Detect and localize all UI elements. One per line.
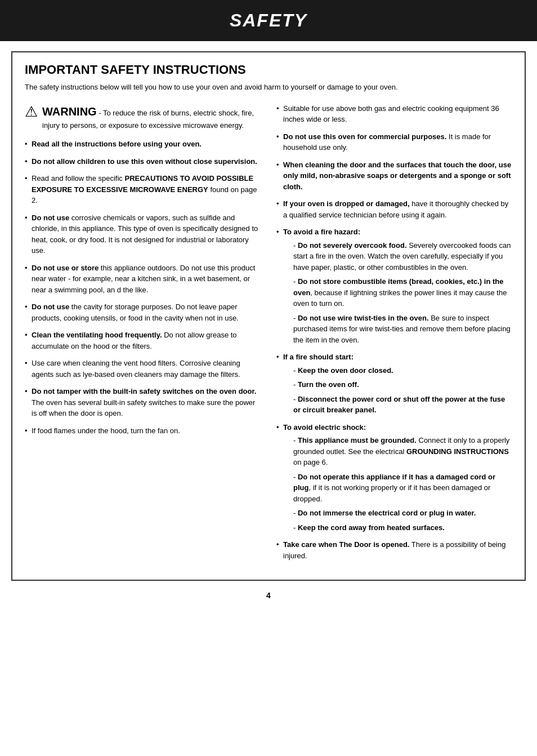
list-item: - Turn the oven off.	[293, 379, 512, 390]
list-item: Do not use or store this appliance outdo…	[25, 263, 261, 296]
bullet-bold: Do not use or store	[32, 264, 99, 272]
bullet-bold: Keep the cord away from heated surfaces.	[298, 523, 445, 532]
bullet-bold: This appliance must be grounded.	[298, 436, 417, 444]
list-item: If food flames under the hood, turn the …	[25, 425, 261, 437]
bullet-bold: Do not store combustible items (bread, c…	[293, 277, 503, 297]
list-item: Read and follow the specific PRECAUTIONS…	[25, 173, 261, 206]
list-item: Clean the ventilating hood frequently. D…	[25, 330, 261, 352]
bullet-bold: When cleaning the door and the surfaces …	[283, 161, 511, 191]
bullet-bold: Do not tamper with the built-in safety s…	[32, 387, 256, 395]
sub-bullet-list: - Do not severely overcook food. Severel…	[283, 240, 512, 346]
left-column: ⚠ WARNING - To reduce the risk of burns,…	[25, 103, 261, 568]
bullet-bold: Do not immerse the electrical cord or pl…	[298, 509, 476, 517]
bullet-bold: Take care when The Door is opened.	[283, 540, 409, 549]
section-title: IMPORTANT SAFETY INSTRUCTIONS	[25, 63, 512, 77]
page-title: SAFETY	[0, 10, 537, 31]
page-header: SAFETY	[0, 0, 537, 41]
sub-bullet-list: - Keep the oven door closed. - Turn the …	[283, 365, 512, 416]
bullet-bold: Do not use	[32, 214, 69, 222]
list-item: Do not use the cavity for storage purpos…	[25, 301, 261, 323]
bullet-bold: PRECAUTIONS TO AVOID POSSIBLE EXPOSURE T…	[32, 174, 253, 194]
list-item: If your oven is dropped or damaged, have…	[276, 198, 512, 220]
list-item: - This appliance must be grounded. Conne…	[293, 435, 512, 468]
bullet-bold: GROUNDING INSTRUCTIONS	[406, 447, 509, 456]
list-item: Do not use this oven for commercial purp…	[276, 131, 512, 153]
bullet-bold: Keep the oven door closed.	[298, 366, 393, 375]
bullet-bold: Turn the oven off.	[298, 380, 359, 389]
right-column: Suitable for use above both gas and elec…	[276, 103, 512, 568]
page-number: 4	[0, 591, 537, 600]
two-column-layout: ⚠ WARNING - To reduce the risk of burns,…	[25, 103, 512, 568]
sub-bullet-list: - This appliance must be grounded. Conne…	[283, 435, 512, 533]
bullet-bold: Do not use wire twist-ties in the oven.	[298, 314, 429, 322]
list-item: Do not allow children to use this oven w…	[25, 156, 261, 167]
list-item: - Do not store combustible items (bread,…	[293, 276, 512, 309]
list-item: - Do not use wire twist-ties in the oven…	[293, 313, 512, 346]
warning-word: WARNING	[42, 105, 97, 118]
bullet-bold: Do not use	[32, 303, 69, 311]
warning-block: ⚠ WARNING - To reduce the risk of burns,…	[25, 103, 261, 131]
bullet-bold: Do not operate this appliance if it has …	[293, 473, 495, 492]
list-item: If a fire should start: - Keep the oven …	[276, 352, 512, 416]
list-item: To avoid electric shock: - This applianc…	[276, 422, 512, 533]
bullet-bold: Read all the instructions before using y…	[32, 140, 202, 148]
list-item: Suitable for use above both gas and elec…	[276, 103, 512, 125]
list-item: Read all the instructions before using y…	[25, 139, 261, 150]
list-item: - Keep the cord away from heated surface…	[293, 522, 512, 533]
bullet-bold: Clean the ventilating hood frequently.	[32, 331, 162, 339]
list-item: Do not use corrosive chemicals or vapors…	[25, 212, 261, 256]
bullet-bold: Do not severely overcook food.	[298, 241, 407, 250]
list-item: Use care when cleaning the vent hood fil…	[25, 358, 261, 380]
bullet-bold: To avoid electric shock:	[283, 423, 366, 432]
list-item: To avoid a fire hazard: - Do not severel…	[276, 226, 512, 345]
bullet-bold: To avoid a fire hazard:	[283, 228, 360, 236]
bullet-bold: If your oven is dropped or damaged,	[283, 199, 410, 208]
bullet-bold: Disconnect the power cord or shut off th…	[293, 395, 505, 415]
warning-icon: ⚠	[25, 104, 38, 119]
list-item: - Keep the oven door closed.	[293, 365, 512, 376]
intro-text: The safety instructions below will tell …	[25, 82, 512, 93]
bullet-bold: If a fire should start:	[283, 353, 353, 361]
warning-text: WARNING - To reduce the risk of burns, e…	[42, 103, 261, 131]
list-item: Do not tamper with the built-in safety s…	[25, 386, 261, 419]
list-item: When cleaning the door and the surfaces …	[276, 159, 512, 193]
list-item: - Do not severely overcook food. Severel…	[293, 240, 512, 273]
list-item: - Do not immerse the electrical cord or …	[293, 508, 512, 519]
bullet-bold: Do not use this oven for commercial purp…	[283, 132, 446, 141]
list-item: - Do not operate this appliance if it ha…	[293, 472, 512, 505]
list-item: - Disconnect the power cord or shut off …	[293, 394, 512, 416]
main-content: IMPORTANT SAFETY INSTRUCTIONS The safety…	[11, 51, 526, 581]
list-item: Take care when The Door is opened. There…	[276, 539, 512, 561]
bullet-bold: Do not allow children to use this oven w…	[32, 157, 257, 166]
